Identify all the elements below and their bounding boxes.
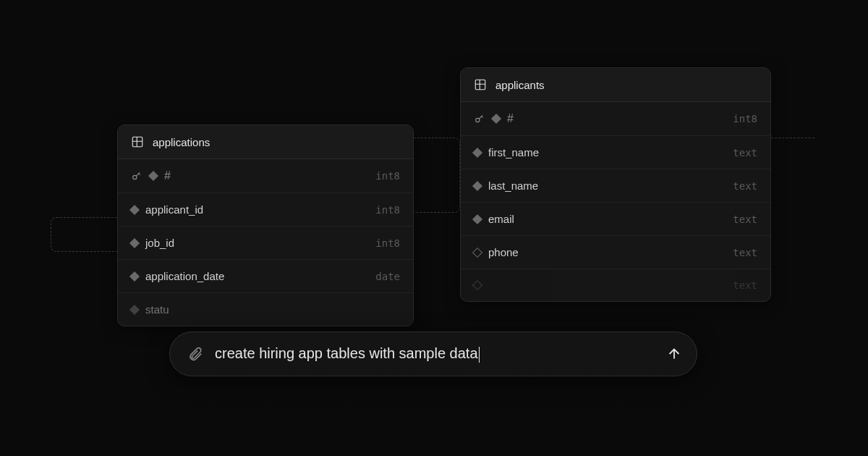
table-column-row[interactable]: statu xyxy=(118,293,413,326)
svg-rect-0 xyxy=(132,137,142,147)
column-type: int8 xyxy=(375,204,400,216)
column-type: int8 xyxy=(375,237,400,249)
table-column-row[interactable]: first_name text xyxy=(461,136,770,169)
column-name: first_name xyxy=(488,146,539,159)
text-cursor xyxy=(479,347,480,363)
send-icon[interactable] xyxy=(666,346,682,362)
column-type: int8 xyxy=(375,170,400,182)
column-type: int8 xyxy=(733,113,757,124)
primary-key-icon xyxy=(474,113,485,124)
required-icon xyxy=(129,237,140,248)
table-column-row[interactable]: phone text xyxy=(461,236,770,269)
table-name: applicants xyxy=(495,79,545,91)
column-name: job_id xyxy=(145,237,174,249)
nullable-icon xyxy=(472,247,482,257)
column-type: text xyxy=(733,214,757,225)
table-column-row[interactable]: # int8 xyxy=(118,159,413,193)
table-column-row[interactable]: last_name text xyxy=(461,169,770,203)
table-card-applicants[interactable]: applicants # int8 first_name text last_n… xyxy=(460,67,771,302)
primary-key-icon xyxy=(131,170,142,182)
table-card-applications[interactable]: applications # int8 applicant_id int8 jo… xyxy=(117,124,414,326)
table-name: applications xyxy=(153,136,210,148)
column-type: text xyxy=(733,279,757,291)
required-icon xyxy=(472,214,482,224)
prompt-text-value: create hiring app tables with sample dat… xyxy=(215,345,478,361)
table-column-row[interactable]: application_date date xyxy=(118,260,413,293)
svg-line-11 xyxy=(482,117,483,118)
column-name: # xyxy=(507,112,514,125)
column-type: text xyxy=(733,180,757,192)
schema-connector xyxy=(771,138,814,138)
column-name: statu xyxy=(145,303,169,316)
table-column-row[interactable]: email text xyxy=(461,203,770,236)
table-column-row[interactable]: job_id int8 xyxy=(118,227,413,260)
column-name: # xyxy=(164,169,171,182)
svg-rect-6 xyxy=(475,80,485,90)
table-icon xyxy=(131,135,144,148)
column-name: email xyxy=(488,213,514,225)
column-name: application_date xyxy=(145,270,224,282)
required-icon xyxy=(491,114,501,124)
required-icon xyxy=(129,271,140,281)
required-icon xyxy=(472,147,482,157)
attachment-icon[interactable] xyxy=(187,346,203,362)
schema-connector xyxy=(414,138,460,213)
table-card-header: applicants xyxy=(461,68,770,102)
table-icon xyxy=(474,78,487,91)
column-name: last_name xyxy=(488,180,538,192)
prompt-input[interactable]: create hiring app tables with sample dat… xyxy=(215,345,655,363)
column-name: applicant_id xyxy=(145,203,203,216)
column-name: phone xyxy=(488,246,519,258)
table-column-row[interactable]: text xyxy=(461,269,770,301)
svg-line-5 xyxy=(139,174,140,175)
required-icon xyxy=(129,204,140,214)
required-icon xyxy=(148,171,158,181)
required-icon xyxy=(129,304,140,314)
column-type: text xyxy=(733,147,757,159)
prompt-input-bar[interactable]: create hiring app tables with sample dat… xyxy=(169,332,697,376)
column-type: date xyxy=(375,271,400,282)
required-icon xyxy=(472,180,482,190)
table-column-row[interactable]: # int8 xyxy=(461,102,770,136)
table-card-header: applications xyxy=(118,125,413,159)
nullable-icon xyxy=(472,280,482,290)
schema-connector xyxy=(51,217,117,252)
table-column-row[interactable]: applicant_id int8 xyxy=(118,193,413,227)
column-type: text xyxy=(733,247,757,258)
